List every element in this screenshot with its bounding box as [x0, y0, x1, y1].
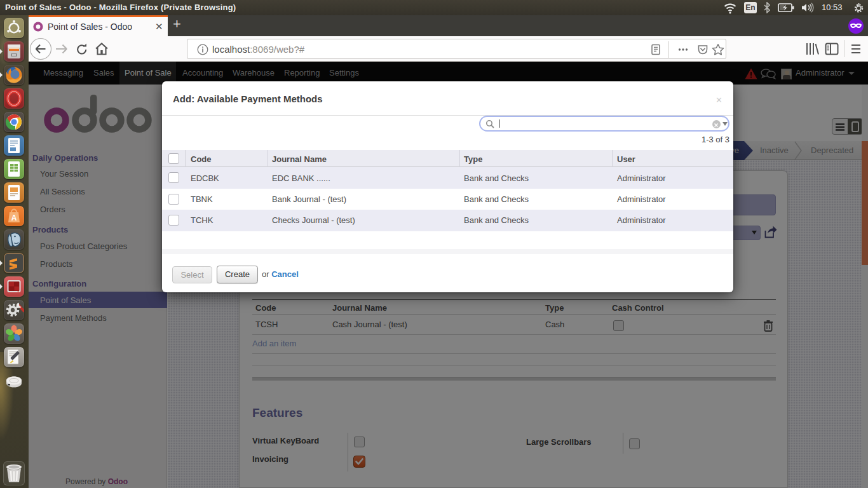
svg-text:A: A: [11, 214, 17, 222]
